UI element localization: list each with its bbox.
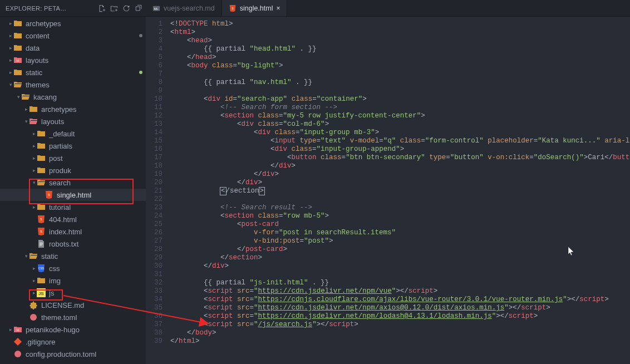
tree-item-LICENSE-md[interactable]: LICENSE.md xyxy=(0,299,146,311)
svg-text:5: 5 xyxy=(232,6,233,9)
chevron-icon[interactable] xyxy=(31,180,37,185)
chevron-icon[interactable] xyxy=(31,290,37,296)
tree-label: layouts xyxy=(26,56,48,65)
tree-item-content[interactable]: content xyxy=(0,29,146,42)
tree-item-archetypes[interactable]: archetypes xyxy=(0,103,146,115)
css-icon: CSS xyxy=(37,264,46,273)
tab-label: single.html xyxy=(240,4,273,12)
chevron-icon[interactable] xyxy=(8,21,13,26)
chevron-icon[interactable] xyxy=(31,131,37,136)
tree-item-config-production-toml[interactable]: config.production.toml xyxy=(0,348,146,360)
close-icon[interactable]: × xyxy=(276,4,280,12)
git-icon xyxy=(13,337,22,346)
tree-label: config.production.toml xyxy=(26,350,96,358)
new-file-icon[interactable] xyxy=(98,4,106,12)
editor-tabs: M↓ vuejs-search.md 5 single.html × xyxy=(146,0,630,17)
chevron-icon[interactable] xyxy=(31,278,37,283)
code-editor[interactable]: 1234567891011121314151617181920212223242… xyxy=(146,17,630,364)
chevron-icon[interactable] xyxy=(31,143,37,149)
chevron-icon[interactable] xyxy=(8,327,13,332)
folder-hugo-open-icon xyxy=(29,117,38,126)
svg-text:CSS: CSS xyxy=(38,267,45,270)
tree-item-static[interactable]: static xyxy=(0,250,146,262)
tree-item-static[interactable]: static xyxy=(0,66,146,78)
tree-item-search[interactable]: search xyxy=(0,176,146,189)
tree-item-css[interactable]: CSS css xyxy=(0,262,146,274)
status-dot-icon xyxy=(139,34,142,37)
tree-label: css xyxy=(49,264,60,273)
folder-icon xyxy=(13,31,22,40)
tree-item-post[interactable]: post xyxy=(0,152,146,164)
tree-item-layouts[interactable]: H layouts xyxy=(0,54,146,66)
tree-item-_default[interactable]: _default xyxy=(0,127,146,140)
tree-item-kacang[interactable]: kacang xyxy=(0,91,146,103)
folder-icon xyxy=(37,276,46,285)
folder-open-icon xyxy=(13,80,22,89)
tree-item-produk[interactable]: produk xyxy=(0,164,146,176)
tree-label: kacang xyxy=(33,93,57,101)
tree-label: theme.toml xyxy=(41,313,77,322)
folder-icon xyxy=(37,203,46,211)
tree-item-data[interactable]: data xyxy=(0,42,146,54)
tree-label: produk xyxy=(49,166,71,175)
tree-item-archetypes[interactable]: archetypes xyxy=(0,17,146,29)
tree-item-petanikode-hugo[interactable]: H petanikode-hugo xyxy=(0,323,146,336)
chevron-icon[interactable] xyxy=(8,45,13,51)
explorer-title: EXPLORER: PETA… xyxy=(6,5,98,12)
tree-label: static xyxy=(41,252,58,260)
tree-label: tutorial xyxy=(49,203,71,211)
new-folder-icon[interactable] xyxy=(110,4,118,12)
tree-label: img xyxy=(49,277,61,285)
folder-icon xyxy=(13,43,22,52)
chevron-icon[interactable] xyxy=(8,57,13,63)
tree-item-tutorial[interactable]: tutorial xyxy=(0,201,146,213)
svg-text:H: H xyxy=(17,328,19,332)
tree-label: LICENSE.md xyxy=(41,301,84,309)
tree-label: search xyxy=(49,179,71,187)
tree-item-robots-txt[interactable]: robots.txt xyxy=(0,238,146,250)
svg-text:JS: JS xyxy=(38,291,43,296)
tree-item-index-html[interactable]: 5 index.html xyxy=(0,225,146,238)
chevron-icon[interactable] xyxy=(8,82,13,87)
tree-item-img[interactable]: img xyxy=(0,274,146,287)
tree-item-theme-toml[interactable]: theme.toml xyxy=(0,311,146,323)
collapse-all-icon[interactable] xyxy=(135,4,142,12)
chevron-icon[interactable] xyxy=(31,265,37,271)
svg-point-10 xyxy=(30,314,37,321)
chevron-icon[interactable] xyxy=(31,155,37,161)
chevron-icon[interactable] xyxy=(31,204,37,210)
tree-item--gitignore[interactable]: .gitignore xyxy=(0,336,146,348)
folder-hugo-icon: H xyxy=(13,325,22,334)
chevron-icon[interactable] xyxy=(8,70,13,75)
html-icon: 5 xyxy=(229,4,237,12)
tree-label: archetypes xyxy=(26,19,61,28)
chevron-icon[interactable] xyxy=(31,168,37,173)
chevron-icon[interactable] xyxy=(23,106,29,112)
chevron-icon[interactable] xyxy=(8,33,13,38)
folder-icon xyxy=(13,19,22,28)
chevron-icon[interactable] xyxy=(16,94,21,100)
tree-label: partials xyxy=(49,142,72,150)
html-icon: 5 xyxy=(37,227,46,236)
tree-label: themes xyxy=(26,81,50,89)
tree-label: robots.txt xyxy=(49,240,78,248)
tree-label: 404.html xyxy=(49,215,77,224)
file-explorer[interactable]: archetypes content data H layouts xyxy=(0,17,146,364)
tab-vuejs-search-md[interactable]: M↓ vuejs-search.md xyxy=(146,0,222,16)
status-dot-icon xyxy=(139,71,142,74)
tab-single-html[interactable]: 5 single.html × xyxy=(222,0,288,16)
explorer-header: EXPLORER: PETA… xyxy=(0,0,146,17)
tree-item-themes[interactable]: themes xyxy=(0,78,146,91)
tree-label: data xyxy=(26,44,40,52)
folder-icon xyxy=(37,166,46,175)
refresh-icon[interactable] xyxy=(122,4,130,12)
chevron-icon[interactable] xyxy=(23,253,29,259)
tree-item-layouts[interactable]: layouts xyxy=(0,115,146,127)
tree-item-404-html[interactable]: 5 404.html xyxy=(0,213,146,225)
html-icon: 5 xyxy=(45,190,53,199)
tree-item-single-html[interactable]: 5 single.html xyxy=(0,189,146,201)
tree-item-js[interactable]: JS js xyxy=(0,287,146,299)
folder-icon xyxy=(37,129,46,138)
tree-item-partials[interactable]: partials xyxy=(0,140,146,152)
chevron-icon[interactable] xyxy=(23,119,29,124)
